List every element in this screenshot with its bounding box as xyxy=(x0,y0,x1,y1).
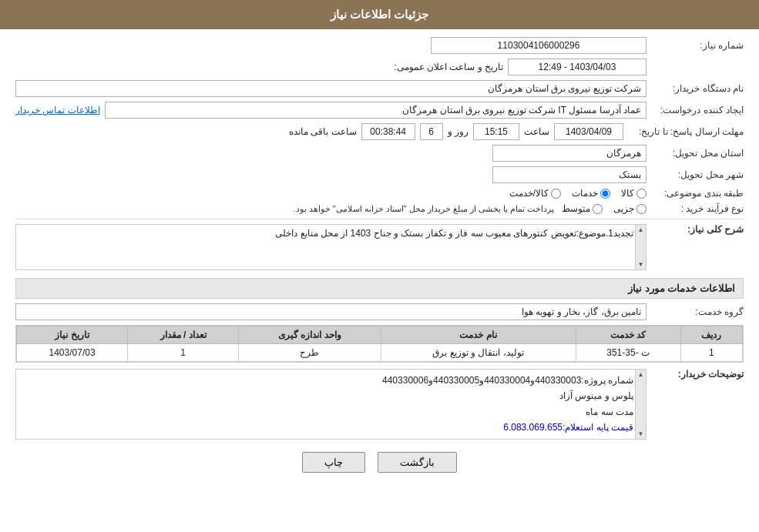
col-tedad: تعداد / مقدار xyxy=(128,326,239,344)
nooe-farayand-label: نوع فرآیند خرید : xyxy=(651,203,744,214)
tozihat-scroll-down-icon[interactable]: ▼ xyxy=(638,430,644,437)
shomara-niaz-label: شماره نیاز: xyxy=(651,40,744,51)
tozihat-line3: مدت سه ماه xyxy=(19,404,633,420)
row-ijad-konande: ایجاد کننده درخواست: عماد آدرسا مسئول IT… xyxy=(15,102,744,119)
tozihat-line4: قیمت پایه استعلام:6.083.069.655 xyxy=(19,420,633,435)
grooh-label: گروه خدمت: xyxy=(651,306,744,317)
row-tabaqe: طبقه بندی موضوعی: کالا خدمات کالا/خدمت xyxy=(15,188,744,199)
page-header: جزئیات اطلاعات نیاز xyxy=(0,0,759,29)
tozihat-line2: پلوس و مینوس آزاد xyxy=(19,388,633,403)
tarikh-elan-label: تاریخ و ساعت اعلان عمومی: xyxy=(394,62,503,72)
mohlat-rooz-label: روز و xyxy=(448,126,468,137)
row-tarikh-elan: شماره نیاز: 1403/04/03 - 12:49 تاریخ و س… xyxy=(15,59,744,75)
table-row: 1ت -35-351تولید، انتقال و توزیع برقطرح11… xyxy=(17,344,743,362)
scroll-up-icon[interactable]: ▲ xyxy=(638,226,644,233)
col-nam: نام خدمت xyxy=(381,326,576,344)
nam-dastgah-value: شرکت توزیع نیروی برق استان هرمزگان xyxy=(15,80,646,97)
row-mohlat: مهلت ارسال پاسخ: تا تاریخ: 1403/04/09 سا… xyxy=(15,123,744,140)
radio-kala-text: کالا xyxy=(621,188,634,199)
row-nam-dastgah: نام دستگاه خریدار: شرکت توزیع نیروی برق … xyxy=(15,80,744,97)
button-row: بازگشت چاپ xyxy=(15,452,744,473)
mohlat-remaining-value: 00:38:44 xyxy=(361,123,415,140)
row-shomara-niaz: شماره نیاز: 1103004106000296 xyxy=(15,37,744,54)
ostan-value: هرمزگان xyxy=(492,145,646,162)
back-button[interactable]: بازگشت xyxy=(378,452,457,473)
ijad-konande-link[interactable]: اطلاعات تماس خریدار xyxy=(15,105,100,115)
col-tarikh: تاریخ نیاز xyxy=(17,326,128,344)
radio-jozei-label[interactable]: جزیی xyxy=(613,203,646,214)
shahr-label: شهر محل تحویل: xyxy=(651,169,744,180)
tozihat-label: توضیحات خریدار: xyxy=(651,369,744,380)
radio-motavaset-label[interactable]: متوسط xyxy=(562,203,603,214)
radio-kala-khadamat-text: کالا/خدمت xyxy=(509,188,549,199)
radio-kala-khadamat-label[interactable]: کالا/خدمت xyxy=(509,188,561,199)
radio-kala[interactable] xyxy=(636,189,646,199)
sharh-label: شرح کلی نیاز: xyxy=(651,224,744,235)
page-title: جزئیات اطلاعات نیاز xyxy=(331,8,428,21)
tozihat-scroll-indicator[interactable]: ▲ ▼ xyxy=(635,370,646,439)
scroll-indicator[interactable]: ▲ ▼ xyxy=(635,225,646,269)
col-kod: کد خدمت xyxy=(576,326,680,344)
mohlat-saat-value: 15:15 xyxy=(473,123,519,140)
mohlat-remaining-label: ساعت باقی مانده xyxy=(289,126,357,137)
col-vahed: واحد اندازه گیری xyxy=(239,326,381,344)
radio-khadamat-label[interactable]: خدمات xyxy=(572,188,610,199)
radio-kala-khadamat[interactable] xyxy=(551,189,561,199)
row-grooh: گروه خدمت: تامین برق، گاز، بخار و تهویه … xyxy=(15,303,744,320)
radio-motavaset[interactable] xyxy=(593,204,603,214)
mohlat-date: 1403/04/09 xyxy=(554,123,623,140)
row-sharh: شرح کلی نیاز: تجدید1.موضوع:تعویض کنتورها… xyxy=(15,224,744,270)
tabaqe-label: طبقه بندی موضوعی: xyxy=(651,188,744,199)
row-shahr: شهر محل تحویل: بستک xyxy=(15,166,744,183)
ijad-konande-value: عماد آدرسا مسئول IT شرکت توزیع نیروی برق… xyxy=(105,102,646,119)
mohlat-rooz-value: 6 xyxy=(420,123,443,140)
radio-jozei-text: جزیی xyxy=(613,203,634,214)
grooh-value: تامین برق، گاز، بخار و تهویه هوا xyxy=(15,303,646,320)
shomara-niaz-value: 1103004106000296 xyxy=(431,37,646,54)
services-table-container: ردیف کد خدمت نام خدمت واحد اندازه گیری ت… xyxy=(15,325,744,363)
shahr-value: بستک xyxy=(492,166,646,183)
mohlat-saat-label: ساعت xyxy=(524,126,549,137)
radio-khadamat[interactable] xyxy=(600,189,610,199)
farayand-radio-group: جزیی متوسط xyxy=(562,203,646,214)
radio-motavaset-text: متوسط xyxy=(562,203,590,214)
print-button[interactable]: چاپ xyxy=(302,452,365,473)
notice-text: پرداخت تمام یا بخشی از مبلغ خریداز محل "… xyxy=(293,204,554,214)
nam-dastgah-label: نام دستگاه خریدار: xyxy=(651,83,744,94)
tabaqe-radio-group: کالا خدمات کالا/خدمت xyxy=(509,188,646,199)
scroll-down-icon[interactable]: ▼ xyxy=(638,261,644,268)
row-nooe-farayand: نوع فرآیند خرید : جزیی متوسط پرداخت تمام… xyxy=(15,203,744,214)
radio-jozei[interactable] xyxy=(636,204,646,214)
tozihat-scroll-up-icon[interactable]: ▲ xyxy=(638,371,644,378)
tarikh-elan-value: 1403/04/03 - 12:49 xyxy=(508,59,646,75)
ostan-label: استان محل تحویل: xyxy=(651,148,744,159)
table-header-row: ردیف کد خدمت نام خدمت واحد اندازه گیری ت… xyxy=(17,326,743,344)
khadamat-section-title: اطلاعات خدمات مورد نیاز xyxy=(15,278,744,299)
sharh-content: تجدید1.موضوع:تعویض کنتورهای معیوب سه فاز… xyxy=(19,228,633,259)
row-ostan: استان محل تحویل: هرمزگان xyxy=(15,145,744,162)
radio-khadamat-text: خدمات xyxy=(572,188,598,199)
mohlat-label: مهلت ارسال پاسخ: تا تاریخ: xyxy=(628,126,744,137)
col-radif: ردیف xyxy=(680,326,742,344)
ijad-konande-label: ایجاد کننده درخواست: xyxy=(651,105,744,115)
row-tozihat: توضیحات خریدار: شماره پروژه:440330003و44… xyxy=(15,369,744,440)
tozihat-line1: شماره پروژه:440330003و440330004و44033000… xyxy=(19,373,633,388)
radio-kala-label[interactable]: کالا xyxy=(621,188,646,199)
services-table: ردیف کد خدمت نام خدمت واحد اندازه گیری ت… xyxy=(16,326,743,362)
